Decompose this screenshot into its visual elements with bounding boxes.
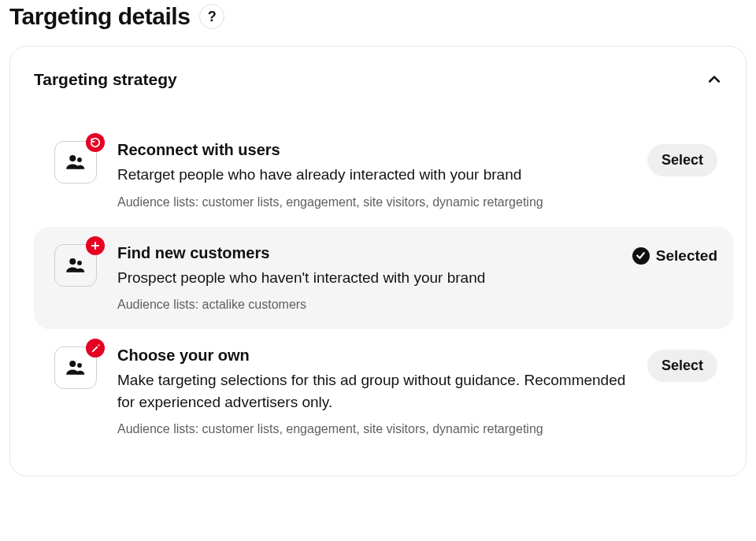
option-title: Choose your own [117,346,627,365]
option-body: Choose your own Make targeting selection… [117,346,627,436]
option-icon-reconnect [54,141,97,183]
svg-point-2 [69,258,76,265]
option-action: Select [647,141,717,176]
refresh-icon [86,133,105,152]
chevron-up-icon[interactable] [703,69,725,91]
pencil-icon [86,339,105,358]
selected-indicator: Selected [632,247,717,265]
svg-point-0 [69,155,76,161]
section-header[interactable]: Targeting strategy [34,69,733,91]
svg-point-3 [77,261,82,265]
option-meta: Audience lists: customer lists, engageme… [117,422,627,436]
option-meta: Audience lists: customer lists, engageme… [117,195,627,209]
plus-icon [86,236,105,255]
svg-point-1 [77,157,82,162]
option-desc: Retarget people who have already interac… [117,164,627,186]
option-reconnect[interactable]: Reconnect with users Retarget people who… [34,124,733,227]
selected-label-text: Selected [656,247,717,265]
option-desc: Make targeting selections for this ad gr… [117,369,627,413]
svg-point-6 [69,361,76,367]
select-button[interactable]: Select [647,144,717,176]
svg-point-7 [77,363,82,368]
page-title-row: Targeting details ? [9,3,747,30]
option-find-new[interactable]: Find new customers Prospect people who h… [34,227,733,330]
page-title: Targeting details [9,3,190,30]
help-icon[interactable]: ? [199,4,224,29]
option-choose-own[interactable]: Choose your own Make targeting selection… [34,329,733,454]
targeting-strategy-card: Targeting strategy Reconnect with users … [9,46,747,476]
option-title: Reconnect with users [117,141,627,159]
option-meta: Audience lists: actalike customers [117,298,612,312]
option-action: Selected [632,244,717,265]
option-title: Find new customers [117,244,612,262]
option-icon-find-new [54,244,97,287]
option-action: Select [647,346,717,382]
option-body: Reconnect with users Retarget people who… [117,141,627,209]
option-icon-choose-own [54,346,97,389]
select-button[interactable]: Select [647,350,717,382]
checkmark-icon [632,247,650,265]
option-desc: Prospect people who haven't interacted w… [117,267,612,289]
option-body: Find new customers Prospect people who h… [117,244,612,313]
section-title: Targeting strategy [34,70,177,89]
